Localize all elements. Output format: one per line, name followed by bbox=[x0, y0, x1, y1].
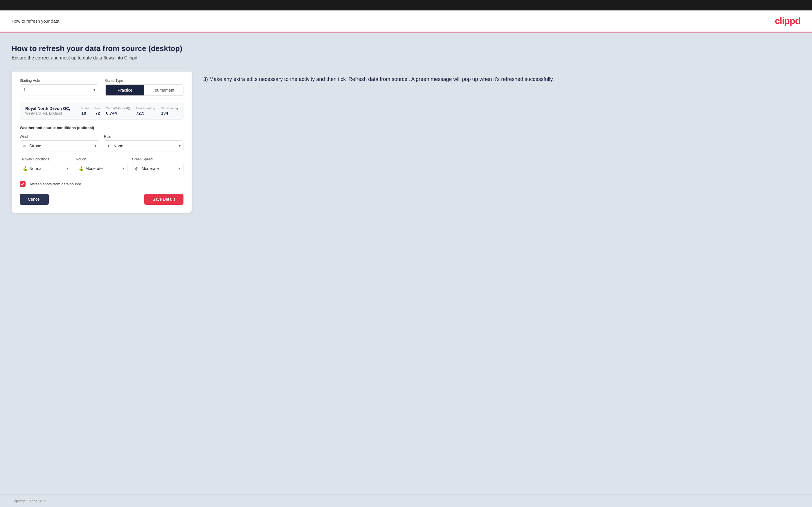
holes-stat: Holes 18 bbox=[81, 106, 89, 115]
side-info: 3) Make any extra edits necessary to the… bbox=[203, 69, 800, 83]
course-info-row: Royal North Devon GC, Westward Ho!, Engl… bbox=[20, 102, 184, 120]
rough-select[interactable]: Moderate Light Heavy bbox=[76, 163, 127, 174]
slope-rating-value: 134 bbox=[161, 111, 168, 115]
page-subheading: Ensure the correct and most up to date d… bbox=[12, 55, 800, 61]
starting-hole-select[interactable]: 1 bbox=[20, 84, 98, 96]
starting-hole-group: Starting Hole 1 ▾ bbox=[20, 78, 98, 96]
footer: Copyright Clippd 2022 bbox=[0, 495, 812, 507]
top-bar bbox=[0, 0, 812, 10]
form-inner: Starting Hole 1 ▾ Game Type Practice T bbox=[12, 72, 192, 213]
wind-select[interactable]: Strong None Light Moderate bbox=[20, 140, 99, 152]
course-rating-stat: Course rating 72.5 bbox=[136, 106, 155, 115]
course-name-block: Royal North Devon GC, Westward Ho!, Engl… bbox=[25, 106, 75, 115]
course-stats: Holes 18 Par 72 Yards(White (M)) 6,744 bbox=[81, 106, 178, 115]
game-type-group: Game Type Practice Tournament bbox=[105, 78, 184, 96]
par-value: 72 bbox=[95, 111, 100, 115]
starting-hole-select-wrapper: 1 ▾ bbox=[20, 84, 98, 96]
header: How to refresh your data clippd bbox=[0, 10, 812, 33]
conditions-title: Weather and course conditions (optional) bbox=[20, 126, 184, 130]
form-card: Starting Hole 1 ▾ Game Type Practice T bbox=[12, 69, 192, 213]
footer-text: Copyright Clippd 2022 bbox=[12, 499, 46, 503]
page-heading: How to refresh your data from source (de… bbox=[12, 44, 800, 53]
refresh-checkbox-label: Refresh shots from data source bbox=[29, 182, 81, 186]
yards-label: Yards(White (M)) bbox=[106, 106, 130, 110]
course-name: Royal North Devon GC, bbox=[25, 106, 75, 111]
rain-select-wrapper: ✦ None Light Heavy ▾ bbox=[104, 140, 184, 152]
slope-rating-stat: Slope rating 134 bbox=[161, 106, 178, 115]
refresh-checkbox[interactable] bbox=[20, 181, 26, 187]
slope-rating-label: Slope rating bbox=[161, 106, 178, 110]
game-type-toggle: Practice Tournament bbox=[105, 84, 184, 96]
course-rating-value: 72.5 bbox=[136, 111, 144, 115]
wind-select-wrapper: ≋ Strong None Light Moderate ▾ bbox=[20, 140, 99, 152]
par-stat: Par 72 bbox=[95, 106, 100, 115]
green-speed-label: Green Speed bbox=[132, 157, 184, 161]
holes-label: Holes bbox=[81, 106, 89, 110]
fairway-select-wrapper: ⛳ Normal Soft Hard ▾ bbox=[20, 163, 71, 174]
rain-select[interactable]: None Light Heavy bbox=[104, 140, 184, 152]
green-speed-group: Green Speed ◎ Moderate Slow Fast ▾ bbox=[132, 157, 184, 174]
course-rating-label: Course rating bbox=[136, 106, 155, 110]
green-speed-select-wrapper: ◎ Moderate Slow Fast ▾ bbox=[132, 163, 184, 174]
green-speed-select[interactable]: Moderate Slow Fast bbox=[132, 163, 184, 174]
yards-stat: Yards(White (M)) 6,744 bbox=[106, 106, 130, 115]
tournament-button[interactable]: Tournament bbox=[144, 85, 183, 96]
form-top-row: Starting Hole 1 ▾ Game Type Practice T bbox=[20, 78, 184, 96]
course-location: Westward Ho!, England bbox=[25, 111, 75, 115]
game-type-label: Game Type bbox=[105, 78, 184, 83]
rough-select-wrapper: ⛳ Moderate Light Heavy ▾ bbox=[76, 163, 127, 174]
practice-button[interactable]: Practice bbox=[106, 85, 144, 96]
fairway-group: Fairway Conditions ⛳ Normal Soft Hard ▾ bbox=[20, 157, 71, 174]
header-title: How to refresh your data bbox=[12, 18, 59, 23]
wind-label: Wind bbox=[20, 134, 99, 138]
par-label: Par bbox=[95, 106, 100, 110]
conditions-top-row: Wind ≋ Strong None Light Moderate ▾ bbox=[20, 134, 184, 152]
wind-group: Wind ≋ Strong None Light Moderate ▾ bbox=[20, 134, 99, 152]
yards-value: 6,744 bbox=[106, 111, 117, 115]
rain-label: Rain bbox=[104, 134, 184, 138]
save-button[interactable]: Save Details bbox=[144, 194, 184, 205]
side-info-text: 3) Make any extra edits necessary to the… bbox=[203, 75, 800, 83]
starting-hole-label: Starting Hole bbox=[20, 78, 98, 83]
rough-group: Rough ⛳ Moderate Light Heavy ▾ bbox=[76, 157, 127, 174]
cancel-button[interactable]: Cancel bbox=[20, 194, 49, 205]
form-actions: Cancel Save Details bbox=[20, 194, 184, 205]
conditions-bottom-row: Fairway Conditions ⛳ Normal Soft Hard ▾ bbox=[20, 157, 184, 174]
rough-label: Rough bbox=[76, 157, 127, 161]
holes-value: 18 bbox=[81, 111, 86, 115]
refresh-checkbox-row: Refresh shots from data source bbox=[20, 181, 184, 187]
main-content: How to refresh your data from source (de… bbox=[0, 33, 812, 495]
fairway-select[interactable]: Normal Soft Hard bbox=[20, 163, 71, 174]
fairway-label: Fairway Conditions bbox=[20, 157, 71, 161]
logo: clippd bbox=[775, 16, 800, 26]
content-area: Starting Hole 1 ▾ Game Type Practice T bbox=[12, 69, 800, 213]
rain-group: Rain ✦ None Light Heavy ▾ bbox=[104, 134, 184, 152]
form-card-top-strip bbox=[12, 69, 192, 72]
